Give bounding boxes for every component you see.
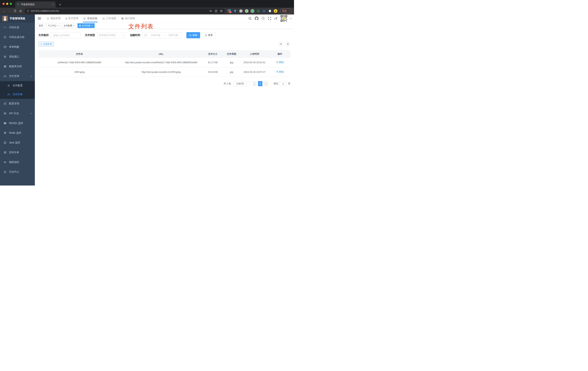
site-info-icon[interactable] — [27, 10, 30, 12]
pagination: 共 2 条 10条/页 ∨ ‹ 1 › 前往 页 — [39, 81, 290, 86]
sidebar-item-file-management[interactable]: 文件管理 ∧ — [0, 71, 35, 81]
tag-home[interactable]: 首页 — [37, 23, 45, 28]
sidebar: 芋道管理系统 代码生成 代码生成示例 表单构建 系统接口 — [0, 14, 35, 186]
share-icon[interactable] — [215, 9, 218, 12]
page-size-select[interactable]: 10条/页 ∨ — [233, 81, 250, 86]
profile-avatar-icon[interactable] — [274, 9, 277, 13]
text-size-icon[interactable]: TT — [274, 17, 277, 20]
sidebar-item-log-center[interactable]: 日志中心 — [0, 167, 35, 177]
bookmark-star-icon[interactable] — [220, 9, 223, 12]
tag-close-icon[interactable]: × — [58, 24, 59, 27]
app-logo[interactable]: 芋道管理系统 — [0, 14, 35, 22]
avatar[interactable] — [281, 15, 287, 22]
sidebar-item-form-builder[interactable]: 表单构建 — [0, 42, 35, 52]
sidebar-item-code-generation[interactable]: 代码生成 — [0, 22, 35, 32]
chevron-down-icon: ∨ — [122, 34, 124, 36]
extensions-puzzle-icon[interactable] — [268, 9, 272, 13]
close-window-button[interactable] — [2, 3, 5, 5]
window-controls[interactable] — [2, 3, 12, 5]
avatar-caret-down-icon[interactable]: ▾ — [290, 18, 291, 20]
sidebar-item-file-config[interactable]: 文件配置 — [0, 81, 35, 90]
refresh-table-button[interactable] — [285, 42, 290, 47]
sidebar-item-file-list[interactable]: 文件列表 — [0, 90, 35, 99]
help-icon[interactable]: ? — [262, 17, 265, 20]
eye-extension-icon[interactable] — [262, 9, 266, 13]
new-tab-button[interactable]: + — [58, 3, 63, 7]
sidebar-item-system-api[interactable]: 系统接口 — [0, 52, 35, 62]
browser-update-button[interactable]: 更新 ⋮ — [280, 9, 292, 13]
file-path-input[interactable] — [51, 32, 81, 38]
browser-menu-kebab-icon[interactable]: ⋮ — [288, 10, 290, 12]
tab-manager-extension-icon[interactable]: 11 — [228, 9, 231, 13]
search-icon — [189, 34, 192, 36]
home-button[interactable] — [18, 9, 23, 13]
end-date-placeholder[interactable]: 结束日期 — [167, 34, 180, 37]
sidebar-item-scheduled-tasks[interactable]: 定时任务 — [0, 148, 35, 157]
start-date-placeholder[interactable]: 开始日期 — [149, 34, 162, 37]
tag-file-list[interactable]: 文件列表 × — [77, 23, 95, 28]
delete-button[interactable]: 删除 — [276, 70, 284, 74]
prev-page-button[interactable]: ‹ — [252, 81, 257, 86]
nav-item-system-management[interactable]: 系统管理 — [44, 14, 63, 22]
recorder-extension-icon[interactable] — [245, 9, 249, 13]
reset-button[interactable]: 重置 — [202, 32, 216, 38]
forward-button[interactable]: → — [7, 9, 12, 13]
sidebar-item-config-management[interactable]: 配置管理 — [0, 99, 35, 108]
header-actions: ? TT ▾ — [248, 15, 291, 22]
table-header-row: 文件名 URL 文件大小 文件类型 上传时间 操作 — [39, 50, 290, 58]
minimize-window-button[interactable] — [6, 3, 8, 5]
file-table: 文件名 URL 文件大小 文件类型 上传时间 操作 a294ecb2-73dd-… — [39, 50, 290, 77]
tag-close-icon[interactable]: × — [73, 24, 74, 27]
kite-extension-icon[interactable] — [233, 9, 237, 13]
tab-close-icon[interactable]: × — [52, 3, 54, 6]
command-extension-icon[interactable]: ⌘ — [239, 9, 243, 13]
nav-item-payment-management[interactable]: ¥ 支付管理 — [63, 14, 81, 22]
cloud-upload-icon — [7, 93, 10, 96]
sidebar-item-label: 配置管理 — [9, 102, 19, 105]
sidebar-item-label: 表单构建 — [9, 45, 19, 49]
page-number-1[interactable]: 1 — [258, 81, 262, 86]
file-type-select[interactable]: 请选择文件类型 ∨ — [97, 32, 126, 38]
search-icon[interactable] — [248, 17, 252, 20]
delete-button[interactable]: 删除 — [276, 60, 284, 64]
search-form: 文件路径 文件类型 请选择文件类型 ∨ 创建时间 — [39, 32, 290, 38]
sidebar-item-label: 定时任务 — [9, 151, 19, 154]
password-key-icon[interactable] — [209, 9, 212, 12]
back-button[interactable]: ← — [2, 9, 7, 13]
sidebar-item-mysql-monitor[interactable]: MySQL 监控 — [0, 118, 35, 128]
search-button[interactable]: 搜索 — [186, 32, 200, 38]
v-extension-icon[interactable]: V — [251, 9, 254, 13]
goto-page-input[interactable] — [280, 81, 287, 86]
nav-item-statistics[interactable]: 统计报表 — [119, 14, 138, 22]
nav-item-workflow[interactable]: 工作流程 — [100, 14, 119, 22]
github-icon[interactable] — [255, 17, 258, 20]
column-header-filename: 文件名 — [39, 50, 120, 58]
browser-tab[interactable]: 芋道管理系统 × — [15, 1, 56, 8]
update-label: 更新 — [282, 9, 287, 13]
column-header-filetype: 文件类型 — [224, 50, 240, 58]
sidebar-item-code-generation-example[interactable]: 代码生成示例 — [0, 32, 35, 42]
sidebar-item-api-log[interactable]: API 日志 ∨ — [0, 108, 35, 118]
sidebar-item-trace[interactable]: 链路追踪 — [0, 157, 35, 167]
total-count: 共 2 条 — [224, 82, 231, 85]
star-extension-icon[interactable] — [256, 9, 260, 13]
url-bar[interactable]: 127.0.0.1:1024/infra/file/file — [25, 9, 225, 13]
active-dot — [79, 25, 81, 26]
collapse-sidebar-button[interactable] — [38, 17, 41, 20]
tag-label: 个人中心 — [48, 24, 56, 27]
fullscreen-icon[interactable] — [268, 17, 271, 20]
sidebar-item-java-monitor[interactable]: Java 监控 — [0, 138, 35, 148]
upload-file-button[interactable]: + 上传文件 — [39, 42, 54, 47]
reload-button[interactable] — [13, 9, 17, 13]
sidebar-item-db-doc[interactable]: 数据库文档 — [0, 62, 35, 71]
tag-profile[interactable]: 个人中心 × — [46, 23, 61, 28]
date-range-picker[interactable]: 开始日期 - 结束日期 — [142, 32, 182, 38]
tag-close-icon[interactable]: × — [92, 24, 93, 27]
nav-item-infrastructure[interactable]: 基础设施 — [81, 14, 100, 22]
sidebar-item-redis-monitor[interactable]: Redis 监控 — [0, 128, 35, 138]
zoom-window-button[interactable] — [10, 3, 12, 5]
next-page-button[interactable]: › — [264, 81, 268, 86]
toggle-search-button[interactable] — [278, 42, 284, 47]
cell-uploadtime: 2022-03-16 23:07:27 — [240, 67, 269, 77]
tag-file-config[interactable]: 文件配置 × — [62, 23, 76, 28]
